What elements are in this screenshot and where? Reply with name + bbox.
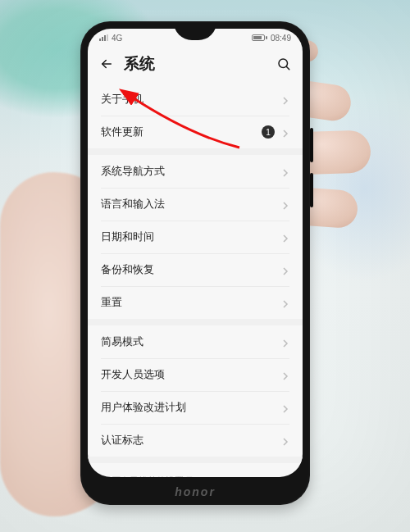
item-label: 关于手机: [101, 92, 281, 107]
item-reset[interactable]: 重置: [88, 286, 303, 319]
item-update[interactable]: 软件更新 1: [88, 116, 303, 148]
chevron-right-icon: [281, 95, 289, 103]
phone-frame: 4G 08:49 系统 关于手机: [80, 21, 310, 505]
brand-label: honor: [80, 485, 310, 498]
screen-content: 系统 关于手机 软件更新 1 系统导航方式: [88, 29, 303, 477]
group-divider: [88, 457, 303, 463]
chevron-right-icon: [281, 233, 289, 241]
group-divider: [88, 148, 303, 155]
search-hint-block: 是否在寻找其他设置项？ 无障碍: [88, 463, 303, 477]
item-developer[interactable]: 开发人员选项: [88, 358, 303, 391]
chevron-right-icon: [281, 436, 289, 444]
item-label: 语言和输入法: [101, 197, 281, 211]
volume-up-button[interactable]: [310, 128, 313, 162]
item-uep[interactable]: 用户体验改进计划: [88, 391, 303, 424]
settings-list: 关于手机 软件更新 1 系统导航方式 语言和输入法: [88, 83, 303, 477]
search-icon: [276, 57, 291, 71]
chevron-right-icon: [281, 338, 289, 346]
group-divider: [88, 319, 303, 325]
item-label: 认证标志: [101, 433, 281, 448]
item-label: 开发人员选项: [101, 367, 281, 382]
back-button[interactable]: [99, 57, 114, 71]
arrow-left-icon: [99, 57, 114, 71]
item-label: 简易模式: [101, 334, 281, 349]
item-label: 日期和时间: [101, 230, 281, 244]
page-title: 系统: [124, 53, 155, 75]
item-label: 重置: [101, 295, 281, 310]
chevron-right-icon: [281, 266, 289, 274]
phone-screen: 4G 08:49 系统 关于手机: [88, 29, 303, 477]
badge-count: 1: [262, 125, 275, 139]
volume-down-button[interactable]: [310, 173, 313, 207]
search-hint: 是否在寻找其他设置项？: [102, 475, 288, 477]
item-nav[interactable]: 系统导航方式: [88, 155, 303, 188]
item-datetime[interactable]: 日期和时间: [88, 221, 303, 253]
item-label: 系统导航方式: [101, 164, 281, 179]
chevron-right-icon: [281, 371, 289, 379]
chevron-right-icon: [281, 128, 289, 136]
chevron-right-icon: [281, 200, 289, 208]
item-simple[interactable]: 简易模式: [88, 325, 303, 358]
chevron-right-icon: [281, 403, 289, 412]
item-cert[interactable]: 认证标志: [88, 424, 303, 457]
header: 系统: [88, 47, 303, 83]
item-lang[interactable]: 语言和输入法: [88, 188, 303, 221]
item-backup[interactable]: 备份和恢复: [88, 253, 303, 286]
svg-point-0: [279, 59, 288, 68]
search-button[interactable]: [276, 57, 291, 71]
item-label: 用户体验改进计划: [101, 400, 281, 415]
item-label: 软件更新: [101, 125, 262, 139]
item-label: 备份和恢复: [101, 262, 281, 277]
chevron-right-icon: [281, 167, 289, 175]
item-about[interactable]: 关于手机: [88, 83, 303, 116]
chevron-right-icon: [281, 298, 289, 307]
